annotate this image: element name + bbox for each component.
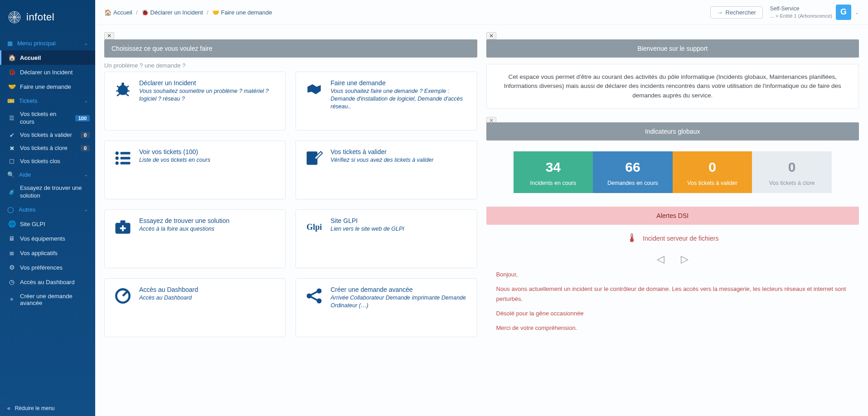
panel-alerts: Alertes DSI 🌡 Incident serveur de fichie… bbox=[486, 207, 859, 342]
svg-point-20 bbox=[116, 161, 119, 164]
card-desc: Accès à la foire aux questions bbox=[139, 225, 229, 233]
profile-name: Self-Service bbox=[770, 5, 832, 13]
card-demande-avancee[interactable]: Créer une demande avancée Arrivée Collab… bbox=[296, 278, 477, 337]
card-site-glpi[interactable]: Glpi Site GLPI Lien vers le site web de … bbox=[296, 209, 477, 268]
sidebar-item-label: Accueil bbox=[20, 54, 41, 61]
sidebar-item-label: Accès au Dashboard bbox=[20, 279, 75, 285]
home-icon: 🏠 bbox=[8, 54, 15, 61]
menu-header-tickets[interactable]: 🎫 Tickets ⌄ bbox=[0, 94, 95, 108]
kpi-demandes[interactable]: 66 Demandes en cours bbox=[593, 151, 673, 193]
breadcrumb-request[interactable]: 🤝Faire une demande bbox=[212, 9, 272, 16]
panel-close[interactable]: ✕ bbox=[104, 32, 114, 39]
menu-label: Tickets bbox=[19, 97, 38, 104]
search-icon: 🔍 bbox=[7, 171, 15, 178]
breadcrumb-sep: / bbox=[206, 9, 209, 16]
sidebar-item-label: Site GLPI bbox=[20, 221, 45, 227]
sidebar-item-label: Vos tickets en cours bbox=[20, 111, 71, 126]
brand-logo[interactable]: infotel bbox=[0, 0, 95, 36]
chevron-down-icon: ⌄ bbox=[855, 9, 859, 15]
sidebar: infotel ▦ Menu principal ⌄ 🏠 Accueil 🐞 D… bbox=[0, 0, 95, 416]
sidebar-item-faire-demande[interactable]: 🤝 Faire une demande bbox=[0, 79, 95, 94]
sidebar-item-applicatifs[interactable]: ≣ Vos applicatifs bbox=[0, 246, 95, 260]
circle-icon: ◯ bbox=[7, 206, 14, 213]
breadcrumb-home[interactable]: 🏠Accueil bbox=[104, 9, 132, 16]
sidebar-collapse[interactable]: « Réduire le menu bbox=[0, 401, 95, 416]
kpi-valider[interactable]: 0 Vos tickets à valider bbox=[673, 151, 752, 193]
card-voir-tickets[interactable]: Voir vos tickets (100) Liste de vos tick… bbox=[104, 140, 286, 199]
panel-choose: ✕ Choisissez ce que vous voulez faire Un… bbox=[104, 32, 477, 337]
sidebar-item-accueil[interactable]: 🏠 Accueil bbox=[0, 50, 95, 65]
svg-rect-9 bbox=[121, 82, 124, 86]
sidebar-item-demande-avancee[interactable]: ⚬ Créer une demande avancée bbox=[0, 289, 95, 310]
card-faire-demande[interactable]: Faire une demande Vous souhaitez faire u… bbox=[296, 72, 477, 131]
sidebar-item-equipements[interactable]: 🖥 Vos équipements bbox=[0, 231, 95, 246]
list-icon: ☰ bbox=[8, 115, 15, 121]
panel-close[interactable]: ✕ bbox=[486, 32, 496, 39]
profile-entity: ... > Entité 1 (Arborescence) bbox=[770, 13, 832, 19]
sidebar-item-dashboard[interactable]: ◷ Accès au Dashboard bbox=[0, 275, 95, 289]
menu-header-autres[interactable]: ◯ Autres ⌄ bbox=[0, 203, 95, 217]
hand-icon: 🤝 bbox=[212, 9, 219, 16]
card-title: Essayez de trouver une solution bbox=[139, 217, 229, 224]
card-find-solution[interactable]: Essayez de trouver une solution Accès à … bbox=[104, 209, 286, 268]
menu-label: Aide bbox=[19, 171, 31, 178]
sidebar-item-label: Vos tickets à valider bbox=[20, 131, 76, 139]
welcome-text: Cet espace vous permet d'être au courant… bbox=[486, 64, 859, 109]
medkit-icon bbox=[113, 217, 133, 237]
alert-next[interactable]: ▷ bbox=[674, 253, 696, 265]
sidebar-item-solution[interactable]: 🧳 Essayez de trouver une solution bbox=[0, 182, 95, 203]
sidebar-item-tickets-valider[interactable]: ✔ Vos tickets à valider 0 bbox=[0, 129, 95, 142]
chevron-left-icon: « bbox=[7, 405, 10, 411]
sidebar-item-label: Vos applicatifs bbox=[20, 250, 58, 256]
card-tickets-valider[interactable]: Vos tickets à valider Vérifiez si vous a… bbox=[296, 140, 477, 199]
kpi-clore[interactable]: 0 Vos tickets à clore bbox=[752, 151, 832, 193]
search-button[interactable]: → Rechercher bbox=[710, 6, 763, 19]
svg-point-16 bbox=[116, 151, 119, 155]
layers-icon: ≣ bbox=[8, 249, 15, 256]
home-icon: 🏠 bbox=[104, 9, 112, 16]
card-title: Vos tickets à valider bbox=[330, 148, 433, 155]
menu-label: Menu principal bbox=[17, 40, 56, 47]
gauge-icon bbox=[113, 286, 133, 306]
menu-header-main[interactable]: ▦ Menu principal ⌄ bbox=[0, 36, 95, 50]
svg-point-18 bbox=[116, 156, 119, 160]
alerts-head: Alertes DSI bbox=[486, 207, 859, 225]
search-button-label: Rechercher bbox=[726, 9, 756, 16]
sidebar-item-declare-incident[interactable]: 🐞 Déclarer un Incident bbox=[0, 65, 95, 79]
ticket-icon: 🎫 bbox=[7, 97, 15, 104]
sidebar-item-preferences[interactable]: ⚙ Vos préférences bbox=[0, 260, 95, 275]
globe-icon: 🌐 bbox=[8, 220, 15, 227]
kpi-incidents[interactable]: 34 Incidents en cours bbox=[514, 151, 593, 193]
breadcrumb-declare[interactable]: 🐞Déclarer un Incident bbox=[141, 9, 203, 16]
kpi-value: 0 bbox=[677, 160, 748, 175]
svg-line-15 bbox=[126, 93, 129, 96]
panel-subtitle: Un problème ? une demande ? bbox=[104, 58, 477, 72]
alert-prev[interactable]: ◁ bbox=[650, 253, 672, 265]
sidebar-item-label: Déclarer un Incident bbox=[20, 69, 73, 76]
hand-icon: 🤝 bbox=[8, 83, 15, 90]
bug-icon bbox=[113, 79, 133, 99]
bug-icon: 🐞 bbox=[8, 68, 15, 76]
panel-indicators: ✕ Indicateurs globaux 34 Incidents en co… bbox=[486, 122, 859, 193]
menu-label: Autres bbox=[19, 206, 36, 213]
svg-line-28 bbox=[123, 292, 127, 296]
sidebar-item-label: Vos tickets à clore bbox=[20, 145, 76, 152]
svg-rect-17 bbox=[121, 152, 131, 155]
card-desc: Vous souhaitez soumettre un problème ? m… bbox=[139, 87, 277, 103]
panel-welcome: ✕ Bienvenue sur le support Cet espace vo… bbox=[486, 32, 859, 109]
brand-icon bbox=[7, 10, 22, 24]
profile-box[interactable]: Self-Service ... > Entité 1 (Arborescenc… bbox=[770, 5, 859, 20]
card-title: Déclarer un Incident bbox=[139, 79, 277, 87]
card-dashboard[interactable]: Accès au Dashboard Accès au Dashboard bbox=[104, 278, 286, 337]
sidebar-item-site-glpi[interactable]: 🌐 Site GLPI bbox=[0, 217, 95, 231]
alert-title: 🌡 Incident serveur de fichiers bbox=[486, 225, 859, 249]
stamp-icon: ✔ bbox=[8, 132, 15, 139]
archive-icon: ☐ bbox=[8, 158, 15, 165]
bug-icon: 🐞 bbox=[141, 9, 149, 16]
menu-header-aide[interactable]: 🔍 Aide ⌄ bbox=[0, 168, 95, 182]
sidebar-item-tickets-en-cours[interactable]: ☰ Vos tickets en cours 100 bbox=[0, 108, 95, 129]
sidebar-item-tickets-clore[interactable]: ✖ Vos tickets à clore 0 bbox=[0, 142, 95, 155]
avatar[interactable]: G bbox=[836, 5, 851, 20]
sidebar-item-tickets-clos[interactable]: ☐ Vos tickets clos bbox=[0, 155, 95, 168]
card-declare-incident[interactable]: Déclarer un Incident Vous souhaitez soum… bbox=[104, 72, 286, 131]
